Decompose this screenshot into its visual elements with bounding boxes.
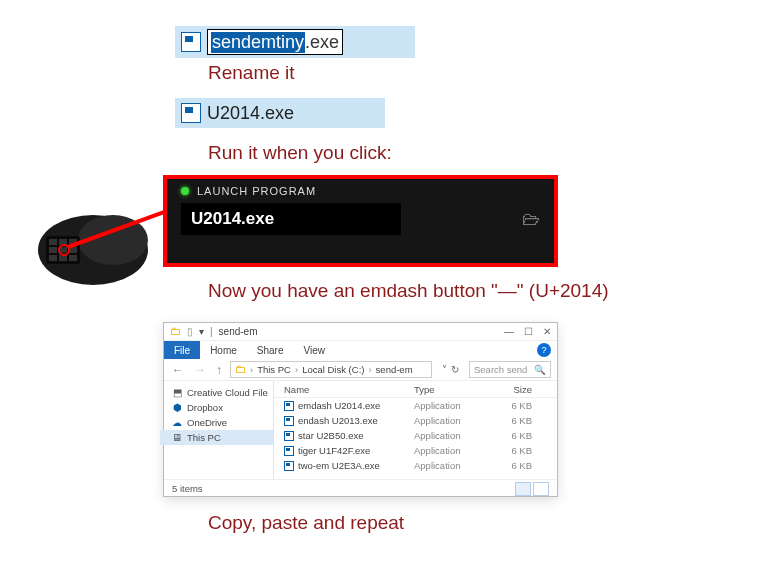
- quick-access-icon: ▯: [187, 326, 193, 337]
- file-row[interactable]: two-em U2E3A.exeApplication6 KB: [274, 458, 557, 473]
- window-title: send-em: [219, 326, 258, 337]
- file-type: Application: [414, 400, 494, 411]
- launch-program-path[interactable]: U2014.exe: [181, 203, 401, 235]
- file-type: Application: [414, 460, 494, 471]
- window-titlebar[interactable]: 🗀 ▯ ▾ | send-em — ☐ ✕: [164, 323, 557, 341]
- launch-program-panel: LAUNCH PROGRAM U2014.exe 🗁: [163, 175, 558, 267]
- svg-rect-11: [69, 255, 77, 261]
- item-count: 5 items: [172, 483, 203, 494]
- filename-selected-text: sendemtiny: [211, 32, 305, 53]
- file-row[interactable]: star U2B50.exeApplication6 KB: [274, 428, 557, 443]
- address-bar-row: ← → ↑ 🗀 › This PC › Local Disk (C:) › se…: [164, 359, 557, 381]
- filename-edit-box[interactable]: sendemtiny.exe: [207, 29, 343, 55]
- tree-item[interactable]: ⬢Dropbox: [172, 400, 273, 415]
- col-name[interactable]: Name: [274, 384, 414, 395]
- tree-item-label: This PC: [187, 432, 221, 443]
- launch-program-title: LAUNCH PROGRAM: [197, 185, 316, 197]
- exe-file-icon: [284, 431, 294, 441]
- file-list: Name Type Size emdash U2014.exeApplicati…: [274, 381, 557, 479]
- file-row[interactable]: emdash U2014.exeApplication6 KB: [274, 398, 557, 413]
- svg-rect-9: [49, 255, 57, 261]
- tree-item[interactable]: ⬒Creative Cloud File: [172, 385, 273, 400]
- col-type[interactable]: Type: [414, 384, 494, 395]
- exe-file-icon: [284, 461, 294, 471]
- file-size: 6 KB: [494, 430, 544, 441]
- file-name: emdash U2014.exe: [298, 400, 414, 411]
- file-rename-entry[interactable]: sendemtiny.exe: [175, 26, 415, 58]
- tree-item-icon: ⬒: [172, 387, 182, 398]
- dropdown-icon[interactable]: ▾: [199, 326, 204, 337]
- file-name: two-em U2E3A.exe: [298, 460, 414, 471]
- back-button[interactable]: ←: [170, 363, 186, 377]
- instruction-copy-paste: Copy, paste and repeat: [208, 512, 404, 534]
- file-type: Application: [414, 445, 494, 456]
- instruction-emdash: Now you have an emdash button "—" (U+201…: [208, 280, 609, 302]
- col-size[interactable]: Size: [494, 384, 544, 395]
- exe-file-icon: [181, 103, 201, 123]
- ribbon-file-tab[interactable]: File: [164, 341, 200, 359]
- file-name: endash U2013.exe: [298, 415, 414, 426]
- file-name: star U2B50.exe: [298, 430, 414, 441]
- status-led-icon: [181, 187, 189, 195]
- tree-item-label: Dropbox: [187, 402, 223, 413]
- tree-item-label: OneDrive: [187, 417, 227, 428]
- svg-rect-6: [49, 247, 57, 253]
- ribbon: File Home Share View ?: [164, 341, 557, 359]
- ribbon-home-tab[interactable]: Home: [200, 345, 247, 356]
- column-headers[interactable]: Name Type Size: [274, 381, 557, 398]
- exe-file-icon: [284, 446, 294, 456]
- search-placeholder: Search send: [474, 364, 527, 375]
- close-button[interactable]: ✕: [543, 326, 551, 337]
- exe-file-icon: [284, 416, 294, 426]
- crumb-this-pc[interactable]: This PC: [257, 364, 291, 375]
- file-type: Application: [414, 430, 494, 441]
- folder-icon: 🗀: [170, 326, 181, 337]
- file-entry-renamed[interactable]: U2014.exe: [175, 98, 385, 128]
- file-name: tiger U1F42F.exe: [298, 445, 414, 456]
- file-size: 6 KB: [494, 460, 544, 471]
- navigation-tree[interactable]: ⬒Creative Cloud File⬢Dropbox☁OneDrive🖥Th…: [164, 381, 274, 479]
- maximize-button[interactable]: ☐: [524, 326, 533, 337]
- tree-item-icon: ☁: [172, 417, 182, 428]
- minimize-button[interactable]: —: [504, 326, 514, 337]
- exe-file-icon: [181, 32, 201, 52]
- file-size: 6 KB: [494, 445, 544, 456]
- tiles-view-button[interactable]: [533, 482, 549, 496]
- tree-item[interactable]: 🖥This PC: [160, 430, 273, 445]
- tree-item-label: Creative Cloud File: [187, 387, 268, 398]
- tree-item[interactable]: ☁OneDrive: [172, 415, 273, 430]
- svg-rect-3: [49, 239, 57, 245]
- details-view-button[interactable]: [515, 482, 531, 496]
- tree-item-icon: 🖥: [172, 432, 182, 443]
- status-bar: 5 items: [164, 479, 557, 497]
- exe-file-icon: [284, 401, 294, 411]
- up-button[interactable]: ↑: [214, 363, 224, 377]
- forward-button[interactable]: →: [192, 363, 208, 377]
- instruction-run: Run it when you click:: [208, 142, 392, 164]
- file-explorer-window: 🗀 ▯ ▾ | send-em — ☐ ✕ File Home Share Vi…: [163, 322, 558, 497]
- crumb-folder[interactable]: send-em: [376, 364, 413, 375]
- ribbon-share-tab[interactable]: Share: [247, 345, 294, 356]
- crumb-drive[interactable]: Local Disk (C:): [302, 364, 364, 375]
- launch-program-header: LAUNCH PROGRAM: [181, 185, 540, 197]
- folder-icon: 🗀: [235, 364, 246, 375]
- help-button[interactable]: ?: [537, 343, 551, 357]
- browse-folder-icon[interactable]: 🗁: [522, 209, 540, 230]
- addr-dropdown-icon[interactable]: ˅: [442, 364, 447, 375]
- ribbon-view-tab[interactable]: View: [294, 345, 336, 356]
- file-row[interactable]: tiger U1F42F.exeApplication6 KB: [274, 443, 557, 458]
- tree-item-icon: ⬢: [172, 402, 182, 413]
- gaming-mouse-illustration: [8, 200, 158, 300]
- file-size: 6 KB: [494, 415, 544, 426]
- file-row[interactable]: endash U2013.exeApplication6 KB: [274, 413, 557, 428]
- search-box[interactable]: Search send 🔍: [469, 361, 551, 378]
- address-breadcrumb[interactable]: 🗀 › This PC › Local Disk (C:) › send-em: [230, 361, 432, 378]
- file-type: Application: [414, 415, 494, 426]
- file-size: 6 KB: [494, 400, 544, 411]
- instruction-rename: Rename it: [208, 62, 295, 84]
- refresh-icon[interactable]: ↻: [451, 364, 459, 375]
- renamed-filename: U2014.exe: [207, 103, 294, 124]
- search-icon: 🔍: [534, 364, 546, 375]
- filename-extension: .exe: [305, 32, 339, 53]
